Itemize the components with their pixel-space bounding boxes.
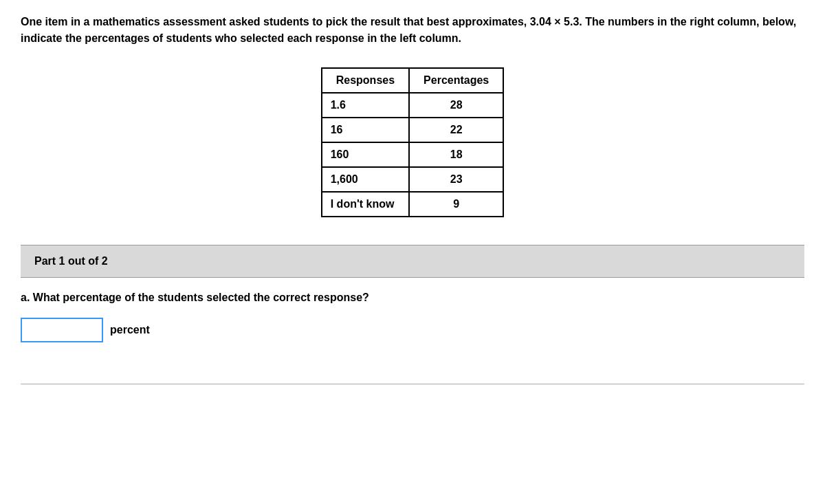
table-row: 1622 — [322, 118, 504, 142]
response-cell: 1.6 — [322, 93, 409, 118]
question-text: a. What percentage of the students selec… — [21, 292, 804, 304]
answer-row: percent — [21, 318, 804, 342]
percentage-cell: 18 — [409, 142, 503, 167]
bottom-divider — [21, 384, 804, 384]
table-row: I don't know9 — [322, 192, 504, 217]
response-cell: 160 — [322, 142, 409, 167]
part-banner: Part 1 out of 2 — [21, 245, 804, 278]
response-cell: 1,600 — [322, 167, 409, 192]
table-row: 16018 — [322, 142, 504, 167]
table-row: 1,60023 — [322, 167, 504, 192]
response-cell: 16 — [322, 118, 409, 142]
table-container: Responses Percentages 1.6281622160181,60… — [21, 67, 804, 217]
percentage-cell: 9 — [409, 192, 503, 217]
percent-label: percent — [110, 324, 150, 336]
col1-header: Responses — [322, 68, 409, 93]
question-section: a. What percentage of the students selec… — [21, 278, 804, 363]
data-table: Responses Percentages 1.6281622160181,60… — [321, 67, 505, 217]
intro-text: One item in a mathematics assessment ask… — [21, 14, 804, 47]
col2-header: Percentages — [409, 68, 503, 93]
answer-input[interactable] — [21, 318, 103, 342]
percentage-cell: 28 — [409, 93, 503, 118]
response-cell: I don't know — [322, 192, 409, 217]
table-row: 1.628 — [322, 93, 504, 118]
percentage-cell: 23 — [409, 167, 503, 192]
part-banner-label: Part 1 out of 2 — [34, 255, 108, 267]
percentage-cell: 22 — [409, 118, 503, 142]
